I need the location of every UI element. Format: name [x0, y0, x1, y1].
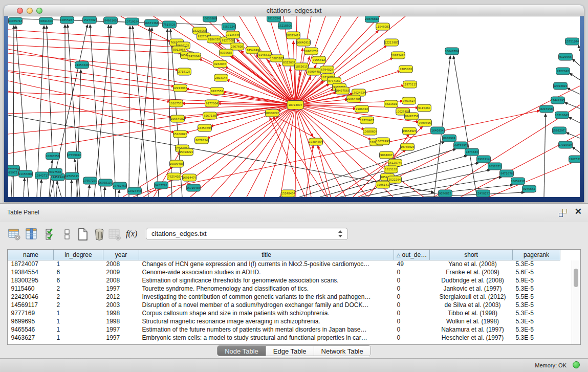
table-cell-title[interactable]: Embryonic stem cells: a model to study s… — [139, 334, 394, 342]
graph-node[interactable]: 8215958 — [540, 105, 554, 113]
graph-node[interactable]: 11156889 — [18, 170, 33, 178]
graph-node[interactable]: 2933114 — [477, 156, 491, 163]
graph-node[interactable]: 22420046 — [187, 53, 201, 60]
graph-node[interactable]: 3915972 — [8, 169, 18, 176]
table-cell-out_degree[interactable]: 0 — [394, 276, 430, 285]
table-cell-short[interactable]: Franke et al. (2009) — [430, 268, 513, 276]
table-cell-name[interactable]: 9777169 — [8, 309, 54, 317]
table-cell-title[interactable]: Structural magnetic resonance image aver… — [139, 317, 394, 325]
graph-node[interactable]: 1615132 — [384, 166, 398, 173]
table-settings-icon[interactable] — [7, 227, 21, 242]
delete-table-icon[interactable] — [107, 227, 122, 242]
table-cell-year[interactable]: 1997 — [103, 325, 139, 334]
graph-node[interactable]: 12213987 — [384, 39, 398, 46]
graph-node[interactable]: 11548083 — [376, 23, 389, 30]
graph-node[interactable]: 17359926 — [67, 151, 81, 159]
graph-node[interactable]: 10497568 — [335, 87, 350, 94]
graph-node[interactable]: 9286815 — [439, 190, 452, 197]
graph-node[interactable]: 17135546 — [226, 31, 240, 38]
row-select-icon[interactable] — [43, 227, 57, 242]
table-selector-dropdown[interactable]: citations_edges.txt — [146, 228, 348, 240]
graph-node[interactable]: 7625402 — [167, 173, 181, 180]
graph-node[interactable]: 16120746 — [388, 159, 402, 166]
graph-node[interactable]: 9245652 — [522, 185, 536, 192]
graph-node[interactable]: 1527602 — [83, 16, 97, 24]
graph-node[interactable]: 16671368 — [144, 19, 159, 27]
new-document-icon[interactable] — [76, 227, 90, 242]
table-cell-out_degree[interactable]: 0 — [394, 293, 430, 301]
graph-node[interactable]: 21053346 — [75, 61, 89, 69]
graph-node[interactable]: 16099489 — [169, 160, 184, 167]
table-cell-out_degree[interactable]: 0 — [394, 301, 430, 309]
column-header-out_degree[interactable]: △out_de… — [394, 250, 430, 260]
graph-node[interactable]: 9699695 — [418, 119, 432, 126]
graph-node[interactable]: 8427552 — [210, 87, 224, 95]
table-cell-name[interactable]: 9465546 — [8, 325, 54, 334]
graph-node[interactable]: 6794028 — [320, 66, 334, 73]
table-cell-name[interactable]: 9115460 — [8, 285, 54, 293]
graph-node[interactable]: 7557224 — [222, 23, 236, 30]
graph-node[interactable]: 8990448 — [307, 68, 321, 75]
tab-node-table[interactable]: Node Table — [217, 346, 266, 356]
table-cell-title[interactable]: Tourette syndrome. Phenomenology and cla… — [139, 285, 394, 293]
graph-node[interactable]: 12975115 — [403, 81, 417, 88]
graph-node[interactable]: 9115460 — [418, 104, 431, 112]
table-cell-title[interactable]: Estimation of the future numbers of pati… — [139, 325, 394, 334]
table-cell-pagerank[interactable]: 5.5E-5 — [513, 293, 560, 301]
table-cell-name[interactable]: 9699695 — [8, 317, 54, 325]
graph-node[interactable]: 8813054 — [267, 16, 281, 22]
graph-node[interactable]: 2803144 — [214, 74, 228, 81]
delete-icon[interactable] — [92, 227, 106, 242]
graph-node[interactable]: 18325419 — [286, 32, 300, 39]
table-cell-pagerank[interactable]: 5.3E-5 — [513, 285, 560, 293]
table-cell-year[interactable]: 2012 — [103, 293, 139, 301]
column-header-pagerank[interactable]: pagerank — [513, 250, 560, 260]
column-header-in_degree[interactable]: in_degree — [54, 250, 103, 260]
tab-network-table[interactable]: Network Table — [314, 346, 371, 356]
column-header-year[interactable]: year — [103, 250, 139, 260]
column-header-title[interactable]: title — [139, 250, 394, 260]
table-row[interactable]: 977716911998Corpus callosum shape and si… — [8, 309, 560, 317]
table-cell-in_degree[interactable]: 6 — [54, 276, 103, 285]
graph-node[interactable]: 18300295 — [265, 110, 279, 117]
graph-node[interactable]: 15751074 — [565, 38, 579, 45]
table-cell-in_degree[interactable]: 2 — [54, 301, 103, 309]
table-cell-in_degree[interactable]: 1 — [54, 334, 103, 342]
table-cell-pagerank[interactable]: 5.3E-5 — [513, 301, 560, 309]
graph-node[interactable]: 12923448 — [127, 187, 142, 194]
graph-node[interactable]: 12444195 — [551, 97, 564, 104]
table-cell-in_degree[interactable]: 1 — [54, 325, 103, 334]
graph-node[interactable]: 16958107 — [98, 179, 112, 186]
graph-node[interactable]: 10654112 — [511, 178, 525, 185]
table-cell-title[interactable]: Investigating the contribution of common… — [139, 293, 394, 301]
graph-node[interactable]: 7515526 — [163, 21, 177, 28]
graph-node[interactable]: 10688609 — [363, 128, 377, 135]
graph-node[interactable]: 2718126 — [178, 68, 191, 75]
table-cell-title[interactable]: Estimation of significance thresholds fo… — [139, 276, 394, 285]
graph-node[interactable]: 20864486 — [346, 95, 361, 102]
graph-node[interactable]: 2522294 — [388, 176, 402, 183]
graph-node[interactable]: 9457791 — [155, 182, 168, 189]
table-row[interactable]: 911546021997Tourette syndrome. Phenomeno… — [8, 285, 560, 293]
table-cell-short[interactable]: de Silva et al. (2003) — [430, 301, 513, 309]
table-cell-title[interactable]: Genome-wide association studies in ADHD. — [139, 268, 394, 276]
table-cell-year[interactable]: 1998 — [103, 309, 139, 317]
table-cell-pagerank[interactable]: 5.3E-5 — [513, 334, 560, 342]
table-row[interactable]: 946554611997Estimation of the future num… — [8, 325, 560, 334]
close-panel-icon[interactable]: ✕ — [575, 207, 582, 216]
graph-node[interactable]: 15218506 — [278, 22, 292, 29]
column-header-short[interactable]: short — [430, 250, 513, 260]
table-row[interactable]: 1456911722003Disruption of a novel membe… — [8, 301, 560, 309]
graph-node[interactable]: 17957255 — [83, 177, 97, 184]
graph-node[interactable]: 15716485 — [186, 184, 200, 191]
table-cell-name[interactable]: 18300295 — [8, 276, 54, 285]
graph-node[interactable]: 16961758 — [304, 48, 318, 55]
memory-status-indicator[interactable] — [573, 361, 580, 368]
table-cell-short[interactable]: Dudbridge et al. (2008) — [430, 276, 513, 285]
table-cell-pagerank[interactable]: 5.3E-5 — [513, 260, 560, 268]
graph-node[interactable]: 12093822 — [553, 82, 567, 90]
table-cell-year[interactable]: 1997 — [103, 334, 139, 342]
graph-node[interactable]: 18353594 — [198, 124, 212, 132]
graph-node[interactable]: 9474444 — [465, 148, 479, 156]
table-cell-in_degree[interactable]: 6 — [54, 268, 103, 276]
